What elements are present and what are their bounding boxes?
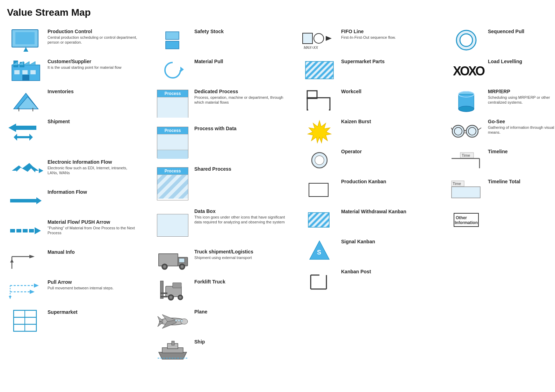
pull-arrow-desc: Pull movement between internal steps. (48, 286, 114, 290)
svg-rect-81 (308, 109, 329, 111)
supermarket-title: Supermarket (48, 309, 78, 315)
timeline-total-svg: Time (450, 179, 483, 202)
go-see-desc: Gathering of information through visual … (488, 125, 555, 135)
electronic-info-labels: Electronic Information Flow Electronic f… (48, 158, 138, 176)
kaizen-burst-labels: Kaizen Burst (341, 118, 371, 125)
item-production-kanban: Production Kanban (301, 175, 447, 205)
kanban-post-svg (307, 270, 332, 291)
inventories-svg (10, 90, 42, 111)
item-signal-kanban: S Signal Kanban (301, 235, 447, 265)
item-material-flow-push: Material Flow/ PUSH Arrow "Pushing" of M… (7, 216, 154, 246)
item-operator: Operator (301, 145, 447, 175)
supermarket-parts-svg (305, 61, 334, 80)
supermarket-labels: Supermarket (48, 309, 78, 316)
info-flow-svg (10, 195, 42, 206)
material-flow-push-title: Material Flow/ PUSH Arrow (48, 219, 138, 225)
svg-point-84 (315, 156, 324, 165)
column-1: Production Control Central production sc… (7, 25, 154, 365)
svg-point-104 (466, 125, 478, 137)
fifo-line-title: FIFO Line (341, 29, 396, 34)
production-control-labels: Production Control Central production sc… (48, 28, 138, 45)
fifo-line-desc: First-In-First-Out sequence flow. (341, 35, 396, 40)
load-levelling-title: Load Levelling (488, 59, 522, 64)
item-supermarket: Supermarket (7, 306, 154, 336)
material-flow-push-desc: "Pushing" of Material from One Process t… (48, 225, 138, 236)
svg-marker-33 (9, 296, 12, 299)
fifo-line-icon: MAX=XX (302, 28, 337, 52)
dedicated-process-desc: Process, operation, machine or departmen… (194, 95, 285, 105)
manual-info-labels: Manual Info (48, 249, 75, 256)
svg-rect-6 (14, 70, 20, 74)
svg-marker-63 (158, 321, 163, 327)
svg-rect-9 (22, 75, 29, 81)
safety-stock-labels: Safety Stock (194, 28, 224, 35)
svg-text:Information: Information (455, 220, 478, 225)
timeline-total-title: Timeline Total (488, 179, 520, 184)
kanban-post-labels: Kanban Post (341, 268, 371, 275)
item-mrp-erp: MRP/ERP Scheduling using MRP/ERP or othe… (447, 85, 555, 115)
go-see-title: Go-See (488, 119, 555, 124)
item-forklift-truck: Forklift Truck (154, 275, 301, 305)
pull-arrow-svg (10, 281, 42, 301)
customer-supplier-title: Customer/Supplier (48, 59, 122, 64)
shipment-title: Shipment (48, 119, 70, 124)
svg-point-100 (459, 106, 474, 112)
sequenced-pull-title: Sequenced Pull (488, 29, 524, 34)
truck-shipment-labels: Truck shipment/Logistics Shipment using … (194, 248, 253, 260)
process-with-data-title: Process with Data (194, 126, 237, 131)
pull-arrow-icon (8, 279, 43, 303)
item-timeline-total: Time Timeline Total (447, 175, 555, 205)
dedicated-process-body (157, 97, 188, 118)
electronic-info-desc: Electronic flow such as EDI, Internet, i… (48, 165, 138, 176)
production-kanban-labels: Production Kanban (341, 178, 386, 185)
truck-svg (157, 251, 188, 270)
dedicated-process-header: Process (157, 90, 188, 97)
inventories-icon (8, 88, 43, 112)
item-electronic-info-flow: Electronic Information Flow Electronic f… (7, 156, 154, 186)
item-load-levelling: XOXO Load Levelling (447, 55, 555, 85)
information-flow-icon (8, 188, 43, 213)
svg-text:S: S (317, 249, 321, 256)
safety-stock-svg (162, 29, 183, 52)
svg-line-107 (451, 128, 452, 130)
item-inventories: Inventories (7, 85, 154, 115)
pull-arrow-title: Pull Arrow (48, 279, 114, 285)
item-supermarket-parts: Supermarket Parts (301, 55, 447, 85)
forklift-truck-labels: Forklift Truck (194, 278, 225, 285)
data-box-title: Data Box (194, 208, 285, 214)
safety-stock-icon (155, 28, 190, 52)
plane-labels: Plane (194, 308, 207, 315)
svg-text:MAX=XX: MAX=XX (304, 46, 318, 50)
truck-shipment-desc: Shipment using external transport (194, 255, 253, 260)
workcell-icon (302, 88, 337, 112)
svg-marker-15 (14, 134, 33, 141)
svg-marker-73 (326, 36, 332, 41)
svg-rect-22 (29, 229, 34, 232)
svg-rect-38 (166, 32, 179, 39)
elec-info-svg (10, 161, 42, 180)
shared-process-header: Process (157, 168, 188, 175)
kaizen-burst-title: Kaizen Burst (341, 119, 371, 124)
ship-svg (157, 340, 188, 361)
pull-arrow-labels: Pull Arrow Pull movement between interna… (48, 279, 114, 290)
kanban-post-title: Kanban Post (341, 269, 371, 274)
svg-rect-44 (179, 258, 185, 262)
svg-rect-20 (16, 229, 21, 232)
material-flow-push-labels: Material Flow/ PUSH Arrow "Pushing" of M… (48, 219, 138, 236)
supermarket-parts-icon (302, 58, 337, 82)
kaizen-burst-icon (302, 118, 337, 142)
svg-text:Time: Time (453, 182, 461, 186)
shared-process-labels: Shared Process (194, 165, 231, 172)
supermarket-parts-labels: Supermarket Parts (341, 58, 385, 65)
fifo-line-labels: FIFO Line First-In-First-Out sequence fl… (341, 28, 396, 40)
customer-supplier-icon (8, 58, 43, 82)
item-timeline: Time Timeline (447, 145, 555, 175)
svg-rect-1 (15, 32, 35, 44)
svg-marker-2 (23, 47, 28, 52)
data-box-icon (155, 208, 190, 243)
workcell-labels: Workcell (341, 88, 361, 95)
timeline-labels: Timeline (488, 148, 508, 155)
svg-marker-23 (35, 227, 41, 234)
svg-rect-42 (159, 254, 178, 266)
shared-process-body (157, 175, 188, 199)
